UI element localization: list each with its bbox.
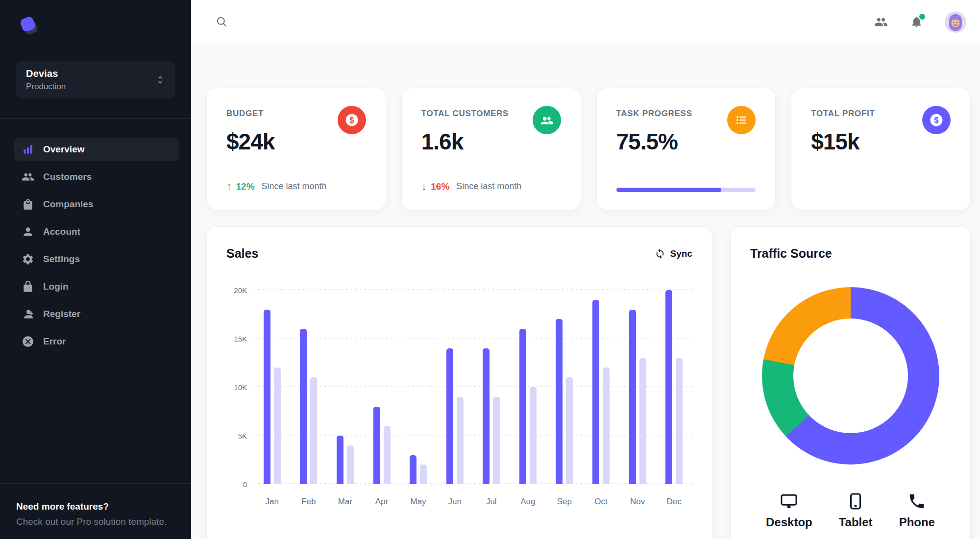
x-tick-label: Apr bbox=[364, 497, 400, 507]
sidebar-footer-title: Need more features? bbox=[16, 501, 175, 512]
customers-label: TOTAL CUSTOMERS bbox=[421, 109, 509, 119]
sidebar-item-label: Error bbox=[43, 336, 66, 347]
customers-trend-value: 16% bbox=[431, 181, 449, 192]
sales-bar-plot bbox=[254, 290, 692, 484]
bar-last-year-mar bbox=[347, 445, 354, 484]
sync-icon bbox=[655, 248, 665, 259]
bar-this-year-sep bbox=[556, 319, 563, 484]
trend-down-arrow-icon: ↓ bbox=[421, 181, 427, 192]
budget-trend-value: 12% bbox=[236, 181, 255, 192]
bar-last-year-sep bbox=[566, 377, 573, 484]
traffic-source-card: Traffic Source Desktop bbox=[731, 227, 970, 539]
workspace-selector[interactable]: Devias Production bbox=[16, 61, 175, 98]
x-tick-label: Jan bbox=[254, 497, 291, 507]
sidebar-item-error[interactable]: Error bbox=[14, 330, 179, 353]
y-tick-label: 10K bbox=[234, 383, 247, 392]
bar-this-year-dec bbox=[665, 290, 672, 484]
sync-button[interactable]: Sync bbox=[655, 248, 692, 259]
bar-this-year-jun bbox=[446, 348, 453, 484]
total-profit-card: TOTAL PROFIT $15k $ bbox=[791, 88, 970, 210]
bar-last-year-apr bbox=[384, 426, 391, 484]
bar-last-year-feb bbox=[310, 377, 317, 484]
devias-logo-icon bbox=[18, 15, 40, 37]
stats-row: BUDGET $24k $ ↑ 12% Since last month TO bbox=[207, 88, 970, 210]
svg-text:$: $ bbox=[349, 116, 354, 125]
bar-this-year-jul bbox=[483, 348, 490, 484]
budget-card: BUDGET $24k $ ↑ 12% Since last month bbox=[207, 88, 386, 210]
user-icon bbox=[22, 225, 34, 238]
bar-group-jun bbox=[437, 290, 473, 484]
bar-last-year-dec bbox=[676, 358, 683, 484]
x-tick-label: Jul bbox=[473, 497, 510, 507]
x-tick-label: Mar bbox=[327, 497, 364, 507]
bar-this-year-jan bbox=[264, 310, 270, 484]
dashboard-content: BUDGET $24k $ ↑ 12% Since last month TO bbox=[191, 44, 980, 539]
bar-last-year-oct bbox=[603, 368, 610, 484]
task-progress-card: TASK PROGRESS 75.5% bbox=[597, 88, 776, 210]
lock-icon bbox=[22, 280, 34, 293]
traffic-source-title: Traffic Source bbox=[750, 246, 832, 261]
user-plus-icon bbox=[22, 308, 34, 320]
notifications-bell-icon[interactable] bbox=[909, 15, 923, 29]
sidebar-item-login[interactable]: Login bbox=[14, 275, 179, 298]
dollar-circle-icon: $ bbox=[922, 106, 951, 134]
contacts-icon[interactable] bbox=[874, 15, 888, 29]
sidebar-item-settings[interactable]: Settings bbox=[14, 248, 179, 270]
task-progress-value: 75.5% bbox=[616, 128, 692, 155]
legend-label: Desktop bbox=[766, 515, 812, 529]
sales-title: Sales bbox=[226, 246, 258, 261]
x-tick-label: Oct bbox=[583, 497, 619, 507]
tablet-icon bbox=[846, 492, 865, 511]
customers-value: 1.6k bbox=[421, 128, 509, 155]
users-icon bbox=[22, 171, 34, 183]
sidebar-item-customers[interactable]: Customers bbox=[14, 166, 179, 188]
workspace-name: Devias bbox=[26, 68, 155, 79]
legend-item-tablet: Tablet bbox=[839, 492, 873, 529]
shopping-bag-icon bbox=[22, 198, 34, 211]
sidebar-footer: Need more features? Check out our Pro so… bbox=[0, 483, 191, 539]
task-progress-bar-fill bbox=[616, 188, 722, 192]
x-tick-label: Sep bbox=[546, 497, 583, 507]
bar-group-jul bbox=[473, 290, 510, 484]
bar-this-year-nov bbox=[629, 310, 636, 484]
sidebar-item-register[interactable]: Register bbox=[14, 303, 179, 325]
bar-this-year-apr bbox=[373, 407, 380, 484]
traffic-legend: Desktop Tablet Phone bbox=[750, 492, 951, 529]
sidebar-item-overview[interactable]: Overview bbox=[14, 138, 179, 161]
sidebar-item-account[interactable]: Account bbox=[14, 220, 179, 243]
sidebar-item-companies[interactable]: Companies bbox=[14, 193, 179, 216]
sales-bar-chart: 05K10K15K20K JanFebMarAprMayJunJulAugSep… bbox=[226, 290, 692, 507]
sidebar-item-label: Register bbox=[43, 309, 80, 319]
bar-group-dec bbox=[656, 290, 692, 484]
sidebar-item-label: Login bbox=[43, 281, 69, 292]
list-bullet-circle-icon bbox=[727, 106, 756, 134]
gear-icon bbox=[22, 253, 34, 266]
search-icon[interactable] bbox=[215, 15, 228, 29]
total-customers-card: TOTAL CUSTOMERS 1.6k ↓ 16% Since last mo… bbox=[402, 88, 581, 210]
sidebar-item-label: Settings bbox=[43, 254, 80, 265]
bar-last-year-may bbox=[420, 465, 427, 484]
phone-icon bbox=[907, 492, 926, 511]
task-progress-label: TASK PROGRESS bbox=[616, 109, 692, 119]
x-tick-label: Aug bbox=[510, 497, 546, 507]
total-profit-label: TOTAL PROFIT bbox=[811, 109, 875, 119]
x-tick-label: May bbox=[400, 497, 437, 507]
legend-label: Tablet bbox=[839, 515, 873, 529]
charts-row: Sales Sync 05K10K15K20K JanFebMarAprMayJ… bbox=[207, 227, 970, 539]
y-tick-label: 0 bbox=[243, 480, 247, 489]
chart-bar-icon bbox=[22, 143, 34, 156]
x-tick-label: Nov bbox=[619, 497, 656, 507]
sales-card: Sales Sync 05K10K15K20K JanFebMarAprMayJ… bbox=[207, 227, 712, 539]
logo[interactable] bbox=[0, 0, 191, 39]
sidebar-nav: Overview Customers Companies Account Set… bbox=[0, 119, 191, 358]
bar-last-year-nov bbox=[639, 358, 646, 484]
topbar bbox=[191, 0, 980, 44]
sidebar-footer-subtitle: Check out our Pro solution template. bbox=[16, 516, 175, 527]
legend-label: Phone bbox=[899, 515, 935, 529]
y-tick-label: 15K bbox=[234, 335, 247, 343]
bar-last-year-aug bbox=[530, 387, 537, 484]
y-tick-label: 20K bbox=[234, 286, 247, 294]
sync-button-label: Sync bbox=[670, 248, 692, 259]
bar-last-year-jan bbox=[274, 368, 281, 484]
user-avatar[interactable] bbox=[945, 11, 966, 33]
